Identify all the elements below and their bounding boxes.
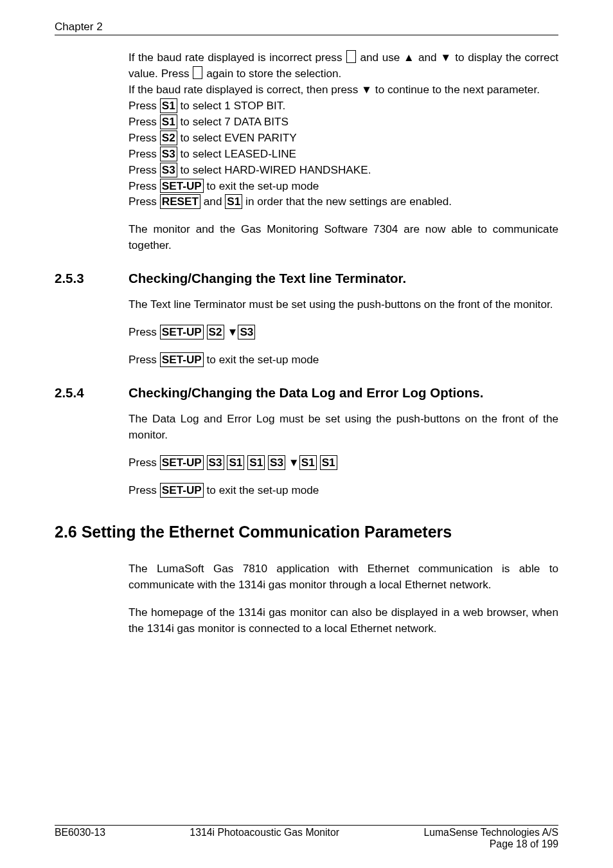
text: to exit the set-up mode	[204, 484, 319, 496]
footer-center: 1314i Photoacoustic Gas Monitor	[190, 827, 339, 838]
text: If the baud rate displayed is incorrect …	[129, 51, 346, 64]
text: Press	[129, 179, 160, 192]
key-s1: S1	[225, 194, 242, 209]
text: to select EVEN PARITY	[177, 131, 297, 144]
text: to select HARD-WIRED HANDSHAKE.	[177, 163, 371, 176]
intro-para-1: If the baud rate displayed is incorrect …	[129, 50, 558, 82]
key-s1: S1	[247, 455, 265, 470]
sec254-exit: Press SET-UP to exit the set-up mode	[129, 482, 558, 498]
heading-253: 2.5.3 Checking/Changing the Text line Te…	[55, 271, 558, 286]
key-s1: S1	[320, 455, 337, 470]
sec253-press: Press SET-UP S2 ▼S3	[129, 324, 558, 340]
key-s2: S2	[207, 325, 224, 339]
text: to select 1 STOP BIT.	[177, 99, 285, 112]
intro-block: If the baud rate displayed is incorrect …	[129, 50, 558, 253]
text: Press	[129, 163, 160, 176]
sec26-p2: The homepage of the 1314i gas monitor ca…	[129, 604, 558, 637]
text: and	[200, 195, 225, 208]
key-setup: SET-UP	[160, 325, 204, 339]
text: Press	[129, 115, 160, 128]
key-s1: S1	[160, 114, 177, 129]
text: Press	[129, 456, 160, 469]
sec253-body: The Text line Terminator must be set usi…	[129, 296, 558, 368]
text: Press	[129, 484, 160, 496]
heading-title: Checking/Changing the Text line Terminat…	[129, 271, 406, 286]
key-s1: S1	[160, 98, 177, 113]
text: Press	[129, 147, 160, 160]
text: again to store the selection.	[203, 67, 341, 80]
text: Press	[129, 325, 160, 338]
press-line: Press S1 to select 7 DATA BITS	[129, 114, 558, 130]
key-s2: S2	[160, 131, 177, 145]
press-line-reset: Press RESET and S1 in order that the new…	[129, 194, 558, 210]
text: in order that the new settings are enabl…	[242, 195, 452, 208]
key-s3: S3	[160, 163, 177, 177]
sec26-p1: The LumaSoft Gas 7810 application with E…	[129, 561, 558, 593]
key-s3: S3	[160, 147, 177, 161]
heading-26: 2.6 Setting the Ethernet Communication P…	[55, 523, 558, 541]
key-s3: S3	[268, 455, 285, 470]
heading-title: Checking/Changing the Data Log and Error…	[129, 385, 483, 401]
text: Press	[129, 353, 160, 366]
sec26-body: The LumaSoft Gas 7810 application with E…	[129, 561, 558, 637]
text: to select LEASED-LINE	[177, 147, 296, 160]
key-s1: S1	[299, 455, 317, 470]
press-line: Press S3 to select HARD-WIRED HANDSHAKE.	[129, 162, 558, 178]
intro-para-2: If the baud rate displayed is correct, t…	[129, 82, 558, 98]
heading-number: 2.5.4	[55, 385, 129, 401]
key-reset: RESET	[160, 194, 200, 209]
footer-left: BE6030-13	[55, 827, 105, 838]
text: to exit the set-up mode	[204, 353, 319, 366]
intro-para-3: The monitor and the Gas Monitoring Softw…	[129, 221, 558, 253]
key-s1: S1	[227, 455, 244, 470]
sec253-exit: Press SET-UP to exit the set-up mode	[129, 352, 558, 368]
footer-page: Page 18 of 199	[490, 838, 558, 849]
enter-key-icon	[346, 50, 356, 63]
sec254-press: Press SET-UP S3 S1 S1 S3 ▼S1 S1	[129, 455, 558, 471]
sec254-body: The Data Log and Error Log must be set u…	[129, 411, 558, 498]
press-line: Press SET-UP to exit the set-up mode	[129, 178, 558, 194]
page-footer: BE6030-13 1314i Photoacoustic Gas Monito…	[55, 825, 558, 850]
sec253-p1: The Text line Terminator must be set usi…	[129, 296, 558, 312]
footer-divider	[55, 825, 558, 826]
text: to exit the set-up mode	[204, 179, 319, 192]
text: to select 7 DATA BITS	[177, 115, 289, 128]
key-setup: SET-UP	[160, 179, 204, 194]
chapter-label: Chapter 2	[55, 21, 558, 33]
text: Press	[129, 195, 160, 208]
press-line: Press S3 to select LEASED-LINE	[129, 146, 558, 162]
key-setup: SET-UP	[160, 483, 204, 498]
arrow-down-icon: ▼	[285, 456, 299, 469]
sec254-p1: The Data Log and Error Log must be set u…	[129, 411, 558, 443]
key-s3: S3	[207, 455, 224, 470]
text: Press	[129, 131, 160, 144]
heading-number: 2.5.3	[55, 271, 129, 286]
text: Press	[129, 99, 160, 112]
key-setup: SET-UP	[160, 352, 204, 367]
enter-key-icon	[193, 66, 202, 79]
heading-254: 2.5.4 Checking/Changing the Data Log and…	[55, 385, 558, 401]
key-setup: SET-UP	[160, 455, 204, 470]
press-line: Press S2 to select EVEN PARITY	[129, 130, 558, 146]
arrow-down-icon: ▼	[224, 325, 238, 338]
key-s3: S3	[238, 325, 255, 339]
press-line: Press S1 to select 1 STOP BIT.	[129, 98, 558, 114]
footer-right1: LumaSense Technologies A/S	[423, 827, 558, 838]
top-divider	[55, 35, 558, 35]
